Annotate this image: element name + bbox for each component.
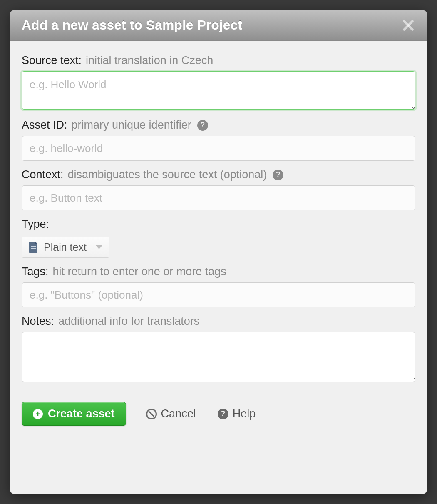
notes-input[interactable] [22,332,415,382]
field-context: Context: disambiguates the source text (… [22,168,415,210]
context-input[interactable] [22,185,415,210]
source-text-input[interactable] [22,71,415,110]
document-icon [29,242,39,253]
context-label-hint: disambiguates the source text (optional) [68,168,267,181]
cancel-button[interactable]: Cancel [146,407,196,420]
asset-id-label-hint: primary unique identifier [72,119,191,132]
source-text-label-hint: initial translation in Czech [86,54,213,67]
field-asset-id: Asset ID: primary unique identifier ? [22,119,415,161]
notes-label-main: Notes: [22,315,54,328]
svg-rect-3 [31,248,36,249]
help-label: Help [233,407,256,420]
tags-label-main: Tags: [22,265,49,278]
svg-rect-4 [31,250,34,250]
context-label-main: Context: [22,168,64,181]
tags-input[interactable] [22,282,415,307]
add-asset-modal: Add a new asset to Sample Project Source… [10,10,427,494]
asset-id-label: Asset ID: primary unique identifier ? [22,119,415,132]
context-label: Context: disambiguates the source text (… [22,168,415,181]
source-text-label-main: Source text: [22,54,82,67]
field-notes: Notes: additional info for translators [22,315,415,384]
modal-footer: + Create asset Cancel ? Help [22,402,415,426]
chevron-down-icon [96,245,102,249]
type-selected-value: Plain text [44,241,87,253]
field-type: Type: Plain text [22,218,415,258]
tags-label-hint: hit return to enter one or more tags [53,265,226,278]
asset-id-input[interactable] [22,136,415,161]
close-icon[interactable] [401,18,415,32]
cancel-icon [146,409,157,419]
create-asset-button[interactable]: + Create asset [22,402,126,426]
modal-header: Add a new asset to Sample Project [10,10,427,41]
field-tags: Tags: hit return to enter one or more ta… [22,265,415,307]
help-button[interactable]: ? Help [216,407,256,420]
modal-title: Add a new asset to Sample Project [22,17,242,33]
source-text-label: Source text: initial translation in Czec… [22,54,415,67]
field-source-text: Source text: initial translation in Czec… [22,54,415,111]
type-label-main: Type: [22,218,49,231]
modal-body: Source text: initial translation in Czec… [10,41,427,494]
notes-label: Notes: additional info for translators [22,315,415,328]
plus-icon: + [33,409,43,419]
type-label: Type: [22,218,415,231]
help-icon[interactable]: ? [197,120,208,131]
asset-id-label-main: Asset ID: [22,119,67,132]
cancel-label: Cancel [161,407,196,420]
help-icon: ? [218,409,228,419]
notes-label-hint: additional info for translators [58,315,199,328]
svg-rect-2 [31,246,36,247]
create-asset-label: Create asset [48,407,115,420]
help-icon[interactable]: ? [273,170,283,180]
tags-label: Tags: hit return to enter one or more ta… [22,265,415,278]
type-dropdown[interactable]: Plain text [22,237,109,258]
